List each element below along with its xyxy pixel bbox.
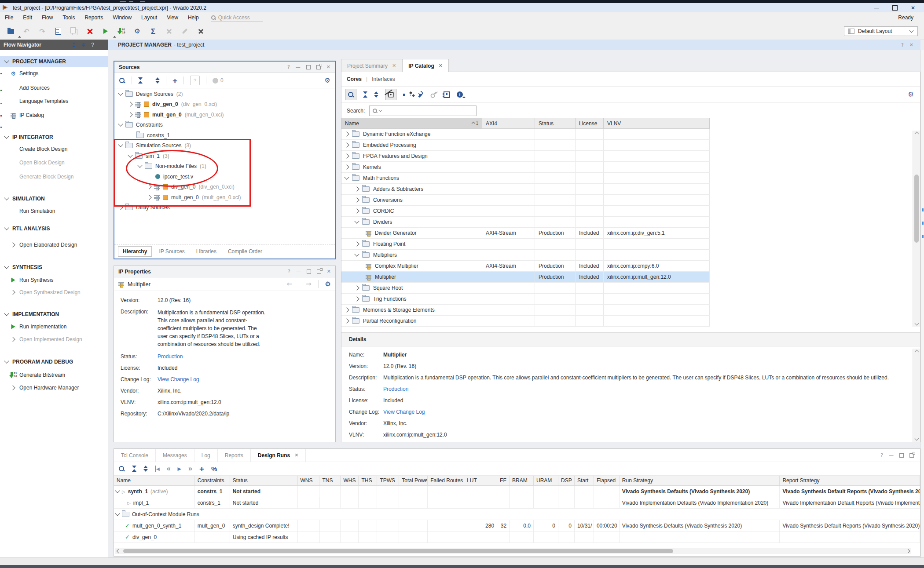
quick-access-search[interactable]: Quick Access	[211, 14, 263, 22]
help-icon[interactable]: ?	[287, 64, 290, 70]
column-vlnv[interactable]: VLNV	[604, 118, 710, 129]
column-lut[interactable]: LUT	[464, 476, 497, 485]
column-elapsed[interactable]: Elapsed	[594, 476, 620, 485]
ip-properties-header[interactable]: IP Properties ? — ✕	[114, 266, 335, 277]
catalog-row-complex-multiplier[interactable]: Complex MultiplierAXI4-StreamProductionI…	[341, 261, 710, 272]
fn-item-open-elaborated-design[interactable]: Open Elaborated Design	[0, 239, 108, 251]
column-failed-routes[interactable]: Failed Routes	[428, 476, 464, 485]
group-by-icon[interactable]	[403, 92, 410, 98]
next-run-icon[interactable]	[188, 465, 192, 473]
tree-row-div-gen-0[interactable]: div_gen_0(div_gen_0.xci)	[115, 99, 334, 110]
scroll-left-icon[interactable]	[117, 549, 121, 553]
chevron-down-icon[interactable]	[354, 218, 359, 223]
menu-file[interactable]: File	[0, 15, 18, 21]
column-status[interactable]: Status	[230, 476, 298, 485]
generate-bitstream-button[interactable]	[114, 25, 129, 37]
play-run-icon[interactable]	[178, 466, 181, 472]
tab-log[interactable]: Log	[194, 449, 218, 462]
column-run-strategy[interactable]: Run Strategy	[620, 476, 780, 485]
chevron-down-icon[interactable]	[118, 91, 123, 95]
maximize-button[interactable]	[892, 5, 898, 11]
chevron-right-icon[interactable]	[354, 208, 359, 213]
chevron-right-icon[interactable]	[354, 241, 359, 246]
maximize-icon[interactable]	[899, 453, 904, 458]
catalog-row[interactable]: Math Functions	[341, 173, 710, 184]
catalog-row[interactable]: Partial Reconfiguration	[341, 316, 710, 327]
tree-row-constraints[interactable]: Constraints	[115, 120, 334, 131]
fn-item-generate-block-design[interactable]: Generate Block Design	[0, 171, 108, 182]
collapse-all-icon[interactable]	[363, 91, 367, 98]
layout-selector[interactable]: Default Layout	[844, 26, 918, 36]
column-start[interactable]: Start	[575, 476, 594, 485]
fn-section-implementation[interactable]: IMPLEMENTATION	[0, 309, 108, 320]
fn-item-settings[interactable]: Settings	[0, 68, 108, 79]
change-log-link[interactable]: View Change Log	[158, 376, 199, 382]
copy-button[interactable]	[66, 25, 82, 37]
column-total-power[interactable]: Total Power	[399, 476, 428, 485]
column-bram[interactable]: BRAM	[510, 476, 534, 485]
fn-item-add-sources[interactable]: Add Sources	[0, 82, 108, 94]
tab-libraries[interactable]: Libraries	[192, 247, 221, 256]
catalog-row[interactable]: CORDIC	[341, 206, 710, 217]
menu-window[interactable]: Window	[108, 15, 136, 21]
menu-edit[interactable]: Edit	[18, 15, 37, 21]
chip-icon[interactable]	[444, 91, 450, 98]
back-arrow-icon[interactable]	[286, 280, 292, 288]
close-icon[interactable]: ✕	[327, 269, 331, 274]
fn-item-run-implementation[interactable]: Run Implementation	[0, 321, 108, 332]
sources-panel-header[interactable]: Sources ? — ✕	[114, 62, 335, 73]
percent-icon[interactable]: %	[211, 465, 217, 473]
fn-item-language-templates[interactable]: Language Templates	[0, 95, 108, 107]
fn-item-open-synthesized-design[interactable]: Open Synthesized Design	[0, 287, 108, 298]
help-icon[interactable]: ?	[91, 42, 94, 48]
previous-run-icon[interactable]	[167, 465, 171, 473]
gear-icon[interactable]	[908, 91, 914, 98]
gear-icon[interactable]	[325, 77, 330, 84]
minimize-icon[interactable]: —	[296, 64, 301, 70]
collapse-all-icon[interactable]	[138, 77, 143, 84]
fn-item-run-synthesis[interactable]: Run Synthesis	[0, 274, 108, 286]
close-icon[interactable]	[392, 63, 396, 69]
license-key-icon[interactable]	[429, 90, 439, 100]
float-icon[interactable]	[317, 269, 321, 274]
chevron-right-icon[interactable]	[344, 131, 349, 136]
column-constraints[interactable]: Constraints	[195, 476, 230, 485]
tab-tcl-console[interactable]: Tcl Console	[114, 449, 156, 462]
chevron-right-icon[interactable]	[344, 164, 349, 169]
tab-ip-catalog[interactable]: IP Catalog	[402, 59, 449, 72]
column-ths[interactable]: THS	[359, 476, 377, 485]
search-button[interactable]	[345, 89, 356, 100]
run-row-mult-gen-0-synth-1[interactable]: mult_gen_0_synth_1 mult_gen_0 synth_desi…	[114, 520, 920, 532]
forward-arrow-icon[interactable]	[306, 280, 312, 288]
chevron-right-icon[interactable]	[354, 197, 359, 202]
chevron-right-icon[interactable]	[128, 102, 132, 107]
undo-button[interactable]	[18, 25, 34, 37]
minimize-panel-icon[interactable]: —	[99, 42, 105, 48]
scrollbar-thumb[interactable]	[914, 175, 919, 243]
close-icon[interactable]: ✕	[909, 42, 913, 48]
change-log-link[interactable]: View Change Log	[383, 409, 425, 415]
horizontal-scrollbar[interactable]	[115, 548, 911, 554]
close-button[interactable]: ✕	[911, 5, 915, 11]
close-icon[interactable]: ✕	[326, 64, 330, 70]
chevron-down-icon[interactable]	[118, 122, 123, 127]
chevron-right-icon[interactable]	[354, 285, 359, 290]
fn-item-ip-catalog[interactable]: IP Catalog	[0, 109, 108, 121]
column-uram[interactable]: URAM	[534, 476, 558, 485]
catalog-row[interactable]: FPGA Features and Design	[341, 151, 710, 162]
chevron-right-icon[interactable]	[344, 142, 349, 147]
fn-item-run-simulation[interactable]: Run Simulation	[0, 205, 108, 217]
collapse-all-icon[interactable]	[132, 466, 136, 472]
column-tpws[interactable]: TPWS	[377, 476, 399, 485]
catalog-row[interactable]: Dynamic Function eXchange	[341, 129, 710, 140]
subtab-cores[interactable]: Cores	[347, 76, 362, 82]
expand-all-icon[interactable]	[82, 43, 85, 47]
highlight-button[interactable]	[177, 25, 193, 37]
help-icon[interactable]: ?	[901, 42, 904, 48]
gear-icon[interactable]	[325, 281, 331, 288]
column-dsp[interactable]: DSP	[558, 476, 575, 485]
chevron-down-icon[interactable]	[115, 488, 120, 493]
fn-section-program-and-debug[interactable]: PROGRAM AND DEBUG	[0, 356, 108, 368]
status-link[interactable]: Production	[158, 353, 183, 360]
open-project-button[interactable]	[3, 25, 18, 37]
